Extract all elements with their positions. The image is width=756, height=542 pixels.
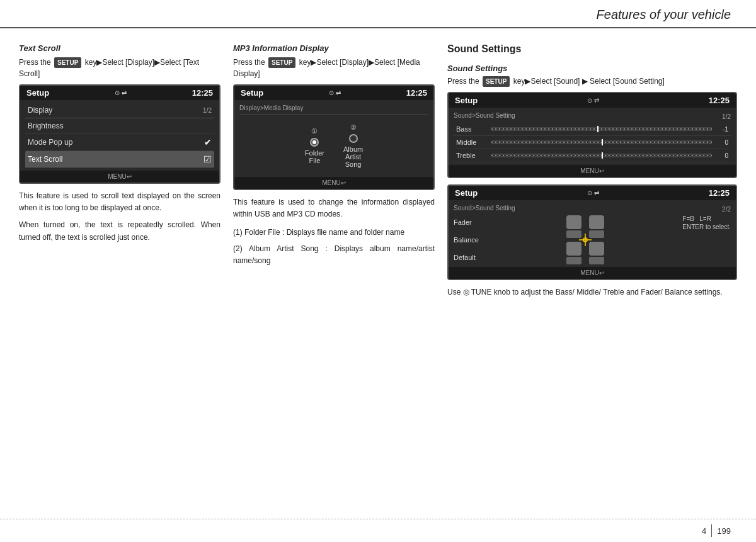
sound-page-1: 1/2 [722, 113, 731, 120]
sound-row-treble: Treble 0 [454, 149, 731, 162]
sound-screen-1: Setup ⊙ ⇄ 12:25 Sound>Sound Setting 1/2 … [447, 92, 737, 178]
fader-label: Fader [454, 218, 488, 226]
text-scroll-desc2: When turned on, the text is repeatedly s… [19, 219, 220, 243]
bass-slider [491, 127, 712, 131]
sound-row-bass: Bass -1 [454, 123, 731, 136]
page-header: Features of your vehicle [0, 0, 756, 28]
sound-screen-2: Setup ⊙ ⇄ 12:25 Sound>Sound Setting 2/2 … [447, 184, 737, 280]
screen-row-display: Display 1/2 [25, 103, 214, 118]
screen-body-1: Display 1/2 Brightness Mode Pop up ✔ Tex… [20, 100, 219, 171]
mp3-section-title: MP3 Information Display [233, 43, 435, 53]
tune-desc: Use ◎ TUNE knob to adjust the Bass/ Midd… [447, 286, 737, 298]
sound-screen-body-1: Sound>Sound Setting 1/2 Bass -1 [449, 108, 736, 165]
text-scroll-instruction: Press the SETUP key▶Select [Display]▶Sel… [19, 57, 220, 79]
sound-screen-body-2: Sound>Sound Setting 2/2 Fader Balance De… [449, 200, 736, 267]
page-title: Features of your vehicle [597, 8, 731, 22]
sound-screen-header-2: Setup ⊙ ⇄ 12:25 [449, 186, 736, 200]
sound2-layout: Fader Balance Default [454, 215, 731, 264]
screen-body-2: Display>Media Display ① FolderFile ② [234, 100, 433, 177]
sound-row-middle: Middle 0 [454, 136, 731, 149]
screen-icons-2: ⊙ ⇄ [329, 89, 341, 96]
setup-badge-3: SETUP [483, 76, 510, 87]
mp3-desc: This feature is used to change the infor… [233, 196, 435, 220]
checkmark-modepopup: ✔ [204, 137, 212, 147]
sound2-diagram [492, 215, 679, 264]
screen-title-2: Setup [241, 88, 263, 98]
sound-screen-icons-2: ⊙ ⇄ [587, 189, 599, 196]
sound2-labels: Fader Balance Default [454, 215, 488, 264]
mp3-radio-2 [349, 134, 358, 143]
footer-page-num: 4 [702, 526, 706, 536]
svg-rect-7 [589, 257, 604, 264]
mp3-option-1: ① FolderFile [305, 127, 324, 164]
screen-row-brightness: Brightness [25, 118, 214, 134]
mp3-screen: Setup ⊙ ⇄ 12:25 Display>Media Display ① … [233, 84, 435, 190]
text-scroll-screen: Setup ⊙ ⇄ 12:25 Display 1/2 Brightness M… [19, 84, 220, 184]
col-mid: MP3 Information Display Press the SETUP … [233, 43, 447, 298]
screen-subtitle-2: Display>Media Display [239, 103, 428, 115]
screen-icons-1: ⊙ ⇄ [115, 89, 127, 96]
screen-row-textscroll: Text Scroll ☑ [25, 151, 214, 168]
mp3-options: ① FolderFile ② AlbumArtistSong [239, 117, 428, 174]
sound-instruction: Press the SETUP key▶Select [Sound] ▶ Sel… [447, 76, 737, 87]
svg-rect-2 [589, 215, 604, 229]
sound-screen-footer-1: MENU↩ [449, 165, 736, 177]
setup-badge-2: SETUP [268, 57, 295, 68]
sound-screen-title-2: Setup [455, 188, 478, 198]
mp3-list: (1) Folder File : Displays file name and… [233, 227, 435, 267]
crosshair-icon [579, 234, 592, 246]
text-scroll-title: Text Scroll [19, 43, 220, 53]
main-content: Text Scroll Press the SETUP key▶Select [… [0, 28, 756, 311]
mp3-instruction: Press the SETUP key▶Select [Display]▶Sel… [233, 57, 435, 79]
sound-settings-sub-title: Sound Settings [447, 64, 737, 73]
page-footer: 4 199 [0, 519, 756, 542]
screen-footer-2: MENU↩ [234, 177, 433, 189]
sound-subtitle-1: Sound>Sound Setting [454, 110, 515, 121]
sound-page-2: 2/2 [722, 206, 731, 213]
treble-slider [491, 154, 712, 157]
sound2-info: F=B L=R ENTER to select. [682, 215, 731, 264]
screen-row-modepopup: Mode Pop up ✔ [25, 134, 214, 151]
sound-subtitle-2: Sound>Sound Setting [454, 203, 515, 214]
screen-header-1: Setup ⊙ ⇄ 12:25 [20, 86, 219, 100]
sound-screen-icons-1: ⊙ ⇄ [587, 97, 599, 104]
footer-page-sub: 199 [717, 526, 731, 536]
svg-rect-0 [566, 215, 581, 229]
sound-settings-main-title: Sound Settings [447, 43, 737, 55]
mp3-option-2: ② AlbumArtistSong [343, 123, 363, 168]
text-scroll-desc1: This feature is used to scroll text disp… [19, 190, 220, 214]
col-left: Text Scroll Press the SETUP key▶Select [… [19, 43, 233, 298]
col-right: Sound Settings Sound Settings Press the … [447, 43, 737, 298]
screen-title-1: Setup [26, 88, 49, 98]
middle-slider [491, 140, 712, 144]
svg-rect-5 [566, 257, 581, 264]
screen-header-2: Setup ⊙ ⇄ 12:25 [234, 86, 433, 100]
footer-divider [711, 524, 712, 537]
sound-screen-time-2: 12:25 [709, 188, 730, 198]
sound-screen-title-1: Setup [455, 96, 478, 105]
default-label: Default [454, 254, 488, 261]
sound-screen-footer-2: MENU↩ [449, 267, 736, 279]
balance-label: Balance [454, 236, 488, 244]
screen-time-1: 12:25 [192, 88, 213, 98]
screen-footer-1: MENU↩ [20, 171, 219, 183]
checkmark-textscroll: ☑ [203, 154, 212, 164]
mp3-radio-1 [310, 138, 319, 147]
sound-screen-header-1: Setup ⊙ ⇄ 12:25 [449, 93, 736, 108]
screen-time-2: 12:25 [406, 88, 427, 98]
setup-badge-1: SETUP [54, 57, 81, 68]
sound-screen-time-1: 12:25 [709, 96, 730, 105]
